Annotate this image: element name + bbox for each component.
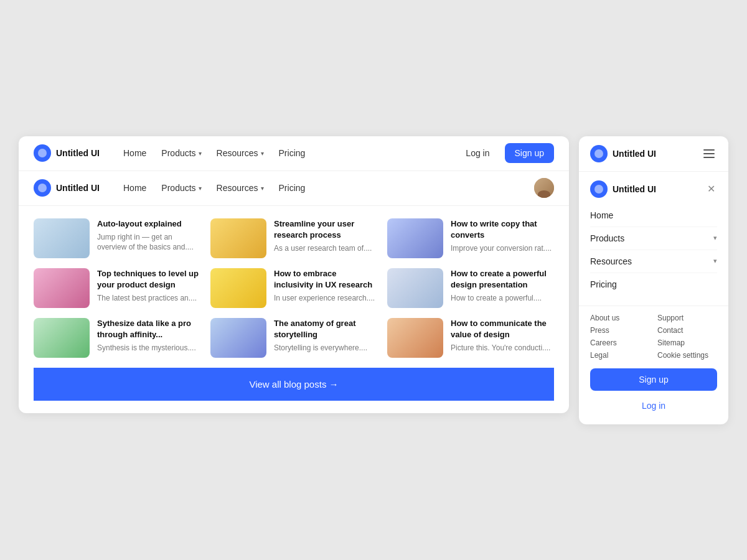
blog-description: As a user research team of....	[274, 243, 377, 254]
blog-title: Top techniques to level up your product …	[97, 268, 200, 291]
blog-description: In user experience research....	[274, 293, 377, 304]
blog-thumbnail	[210, 318, 266, 358]
sidebar-brand-secondary[interactable]: Untitled UI	[590, 180, 656, 198]
footer-links: About usSupportPressContactCareersSitema…	[590, 314, 717, 360]
nav-products-primary[interactable]: Products ▾	[155, 144, 207, 162]
nav-actions-primary: Log in Sign up	[458, 143, 554, 163]
brand-name-secondary: Untitled UI	[56, 183, 100, 193]
blog-title: Streamline your user research process	[274, 218, 377, 241]
footer-link[interactable]: Contact	[657, 326, 717, 335]
blog-thumbnail	[387, 268, 443, 308]
nav-links-secondary: Home Products ▾ Resources ▾ Pricing	[117, 179, 534, 197]
brand-logo-primary[interactable]: Untitled UI	[34, 144, 100, 162]
footer-link[interactable]: Careers	[590, 338, 650, 347]
blog-title: Auto-layout explained	[97, 218, 200, 230]
navbar-secondary: Untitled UI Home Products ▾ Resources ▾ …	[19, 171, 569, 206]
blog-thumbnail	[387, 318, 443, 358]
blog-title: Sythesize data like a pro through affini…	[97, 318, 200, 340]
resources-chevron-icon-secondary: ▾	[261, 185, 264, 192]
products-chevron-icon: ▾	[199, 150, 202, 157]
nav-home-secondary[interactable]: Home	[117, 179, 153, 197]
avatar[interactable]	[534, 178, 554, 198]
blog-title: How to communicate the value of design	[451, 318, 554, 340]
logo-icon-secondary	[34, 179, 51, 197]
blog-description: Picture this. You're conducti....	[451, 343, 554, 353]
products-chevron-icon-secondary: ▾	[199, 185, 202, 192]
blog-title: How to embrace inclusivity in UX researc…	[274, 268, 377, 291]
hamburger-icon[interactable]	[701, 147, 717, 161]
footer-link[interactable]: Press	[590, 326, 650, 335]
blog-item[interactable]: Streamline your user research process As…	[210, 218, 377, 258]
signup-button-primary[interactable]: Sign up	[505, 143, 554, 163]
main-card: Untitled UI Home Products ▾ Resources ▾ …	[19, 136, 569, 413]
blog-item[interactable]: How to create a powerful design presenta…	[387, 268, 554, 308]
nav-pricing-primary[interactable]: Pricing	[273, 144, 312, 162]
sidebar-logo-inner-2	[594, 185, 603, 194]
blog-item[interactable]: The anatomy of great storytelling Storyt…	[210, 318, 377, 358]
nav-resources-primary[interactable]: Resources ▾	[210, 144, 270, 162]
navbar-primary: Untitled UI Home Products ▾ Resources ▾ …	[19, 136, 569, 171]
blog-description: Storytelling is everywhere....	[274, 343, 377, 353]
blog-description: The latest best practices an....	[97, 293, 200, 304]
footer-link[interactable]: About us	[590, 314, 650, 322]
sidebar-nav-item-products[interactable]: Products ▾	[590, 227, 717, 250]
nav-products-secondary[interactable]: Products ▾	[155, 179, 207, 197]
blog-title: How to create a powerful design presenta…	[451, 268, 554, 291]
login-button-primary[interactable]: Log in	[458, 144, 497, 162]
blog-thumbnail	[34, 268, 90, 308]
blog-thumbnail	[387, 218, 443, 258]
login-button-sidebar[interactable]: Log in	[590, 394, 717, 417]
sidebar-nav-label: Resources	[590, 256, 632, 266]
signup-button-sidebar[interactable]: Sign up	[590, 368, 717, 391]
nav-resources-secondary[interactable]: Resources ▾	[210, 179, 270, 197]
blog-item[interactable]: Sythesize data like a pro through affini…	[34, 318, 200, 358]
sidebar-card: Untitled UI Untitled UI ✕ Home Prod	[579, 136, 728, 424]
logo-inner	[38, 149, 47, 157]
blog-description: How to create a powerful....	[451, 293, 554, 304]
nav-links-primary: Home Products ▾ Resources ▾ Pricing	[117, 144, 458, 162]
blog-thumbnail	[210, 268, 266, 308]
nav-home-primary[interactable]: Home	[117, 144, 153, 162]
sidebar-top-header: Untitled UI	[579, 136, 728, 172]
logo-inner-secondary	[38, 184, 47, 192]
sidebar-nav-item-home[interactable]: Home	[590, 204, 717, 227]
sidebar-secondary-header: Untitled UI ✕	[579, 172, 728, 204]
sidebar-nav-label: Pricing	[590, 279, 617, 289]
blog-item[interactable]: How to embrace inclusivity in UX researc…	[210, 268, 377, 308]
blog-thumbnail	[210, 218, 266, 258]
blog-item[interactable]: Top techniques to level up your product …	[34, 268, 200, 308]
nav-chevron-icon: ▾	[713, 234, 717, 242]
blog-item[interactable]: Auto-layout explained Jump right in — ge…	[34, 218, 200, 258]
footer-link[interactable]: Legal	[590, 351, 650, 360]
sidebar-nav-label: Products	[590, 233, 624, 243]
sidebar-nav-item-resources[interactable]: Resources ▾	[590, 250, 717, 273]
resources-chevron-icon: ▾	[261, 150, 264, 157]
blog-description: Jump right in — get an overview of the b…	[97, 232, 200, 253]
sidebar-nav: Home Products ▾ Resources ▾ Pricing	[579, 204, 728, 306]
sidebar-footer: About usSupportPressContactCareersSitema…	[579, 306, 728, 424]
brand-name-primary: Untitled UI	[56, 148, 100, 158]
logo-icon	[34, 144, 51, 162]
close-icon[interactable]: ✕	[705, 183, 717, 195]
sidebar-logo-inner	[594, 149, 603, 158]
footer-link[interactable]: Sitemap	[657, 338, 717, 347]
blog-description: Improve your conversion rat....	[451, 243, 554, 254]
blog-title: The anatomy of great storytelling	[274, 318, 377, 340]
sidebar-nav-item-pricing[interactable]: Pricing	[590, 273, 717, 296]
view-all-button[interactable]: View all blog posts →	[34, 368, 554, 401]
footer-link[interactable]: Support	[657, 314, 717, 322]
blog-description: Synthesis is the mysterious....	[97, 343, 200, 353]
blog-item[interactable]: How to communicate the value of design P…	[387, 318, 554, 358]
blog-thumbnail	[34, 218, 90, 258]
sidebar-brand-top[interactable]: Untitled UI	[590, 145, 656, 162]
blog-grid: Auto-layout explained Jump right in — ge…	[34, 218, 554, 358]
brand-logo-secondary[interactable]: Untitled UI	[34, 179, 100, 197]
sidebar-brand-name-secondary: Untitled UI	[613, 184, 656, 194]
sidebar-brand-name-top: Untitled UI	[613, 149, 656, 159]
nav-chevron-icon: ▾	[713, 257, 717, 265]
nav-pricing-secondary[interactable]: Pricing	[273, 179, 312, 197]
sidebar-logo-icon	[590, 145, 608, 162]
footer-link[interactable]: Cookie settings	[657, 351, 717, 360]
blog-area: Auto-layout explained Jump right in — ge…	[19, 206, 569, 413]
blog-item[interactable]: How to write copy that converts Improve …	[387, 218, 554, 258]
